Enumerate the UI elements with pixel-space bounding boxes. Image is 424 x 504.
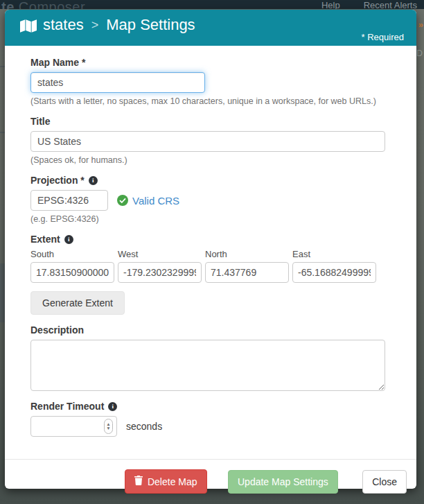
app-brand-rest: Composer — [15, 0, 85, 9]
background-letter: D — [416, 49, 423, 58]
extent-south-label: South — [30, 249, 114, 259]
render-timeout-label: Render Timeout — [30, 401, 104, 412]
recent-alerts-link[interactable]: Recent Alerts — [364, 0, 417, 9]
extent-south-input[interactable] — [30, 262, 114, 283]
projection-group: Projection * i Valid CRS — [30, 175, 385, 224]
projection-label: Projection * — [30, 175, 85, 186]
extent-east-col: East — [292, 249, 376, 283]
valid-crs-status: Valid CRS — [117, 195, 179, 207]
extent-label: Extent — [30, 234, 60, 245]
modal-footer: Delete Map Update Map Settings Close — [5, 459, 416, 504]
screen: » D te Composer Help Recent Alerts state… — [0, 0, 424, 504]
backdrop-segment — [0, 263, 5, 322]
breadcrumb-map-name[interactable]: states — [43, 16, 84, 34]
top-navbar: te Composer Help Recent Alerts — [0, 0, 424, 9]
modal-body: Map Name * (Starts with a letter, no spa… — [5, 46, 416, 446]
help-link[interactable]: Help — [321, 0, 340, 9]
generate-extent-button[interactable]: Generate Extent — [30, 291, 125, 315]
extent-east-input[interactable] — [292, 262, 376, 283]
title-label: Title — [30, 116, 385, 127]
backdrop-segment — [0, 66, 5, 67]
extent-west-input[interactable] — [118, 262, 202, 283]
background-arrow-icon: » — [418, 19, 423, 30]
description-label: Description — [30, 324, 385, 336]
modal-header: states > Map Settings * Required — [5, 10, 416, 46]
extent-south-col: South — [30, 249, 114, 283]
timeout-unit-label: seconds — [126, 421, 162, 432]
backdrop-segment — [0, 132, 5, 133]
extent-north-input[interactable] — [205, 262, 289, 283]
delete-map-label: Delete Map — [148, 476, 197, 487]
title-help: (Spaces ok, for humans.) — [30, 155, 385, 165]
map-icon — [20, 19, 37, 33]
page-title: Map Settings — [106, 16, 195, 34]
extent-west-col: West — [118, 249, 202, 283]
info-icon[interactable]: i — [108, 402, 117, 411]
map-name-input[interactable] — [30, 72, 205, 93]
extent-east-label: East — [292, 249, 376, 259]
extent-north-label: North — [205, 249, 289, 259]
stepper-down-icon[interactable]: ▼ — [106, 426, 110, 431]
map-name-label: Map Name * — [30, 57, 385, 68]
info-icon[interactable]: i — [89, 176, 98, 185]
title-group: Title (Spaces ok, for humans.) — [30, 116, 385, 165]
extent-group: Extent i South West North — [30, 234, 385, 315]
delete-map-button[interactable]: Delete Map — [125, 469, 207, 494]
map-name-help: (Starts with a letter, no spaces, max 10… — [30, 96, 385, 106]
required-note: * Required — [362, 32, 404, 42]
app-brand: te Composer — [1, 0, 85, 9]
breadcrumb: states > Map Settings — [20, 16, 195, 34]
close-button[interactable]: Close — [362, 470, 407, 494]
title-input[interactable] — [30, 131, 385, 152]
check-circle-icon — [117, 195, 128, 206]
breadcrumb-separator: > — [90, 18, 100, 33]
info-icon[interactable]: i — [64, 235, 73, 244]
map-settings-modal: states > Map Settings * Required Map Nam… — [5, 10, 416, 489]
extent-west-label: West — [118, 249, 202, 259]
update-map-settings-button[interactable]: Update Map Settings — [228, 470, 338, 494]
extent-north-col: North — [205, 249, 289, 283]
description-group: Description — [30, 324, 385, 391]
trash-icon — [134, 476, 143, 487]
valid-crs-text: Valid CRS — [132, 195, 179, 207]
app-brand-bold: te — [1, 0, 15, 9]
timeout-stepper[interactable]: ▲ ▼ — [104, 419, 113, 434]
projection-help: (e.g. EPSG:4326) — [30, 214, 385, 224]
projection-input[interactable] — [30, 190, 108, 211]
render-timeout-group: Render Timeout i ▲ ▼ seconds — [30, 401, 385, 437]
description-textarea[interactable] — [30, 340, 385, 391]
map-name-group: Map Name * (Starts with a letter, no spa… — [30, 57, 385, 106]
